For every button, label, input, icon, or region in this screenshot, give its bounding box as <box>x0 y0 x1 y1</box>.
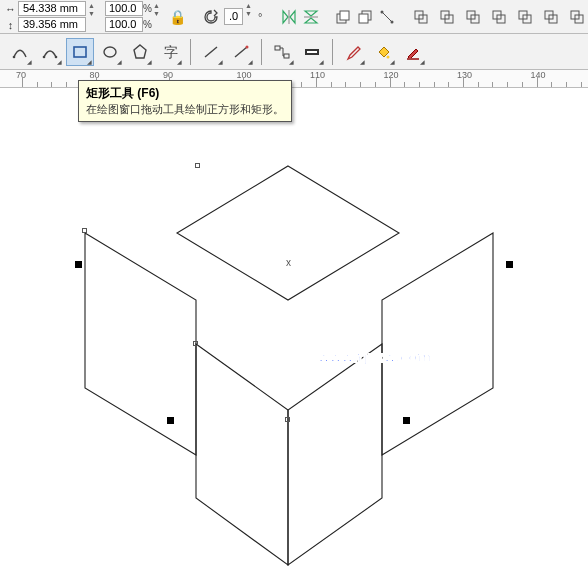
ruler-tick <box>434 82 435 87</box>
combine-icon[interactable] <box>409 5 433 29</box>
to-front-icon[interactable] <box>333 5 353 29</box>
connector-tool[interactable]: ◢ <box>268 38 296 66</box>
rectangle-tool[interactable]: ◢ <box>66 38 94 66</box>
trim-icon[interactable] <box>435 5 459 29</box>
ruler-tick <box>66 82 67 87</box>
isometric-shapes <box>0 88 588 580</box>
ruler-label: 140 <box>531 70 546 80</box>
ruler-tick <box>360 82 361 87</box>
svg-marker-41 <box>196 344 288 565</box>
ruler-tick <box>448 82 449 87</box>
property-bar: ↔ 54.338 mm ↕ 39.356 mm ▲▼ 100.0 % 100.0… <box>0 0 588 34</box>
ruler-label: 70 <box>16 70 26 80</box>
svg-marker-42 <box>288 344 382 565</box>
ruler-tick <box>507 82 508 87</box>
ruler-tick <box>581 82 582 87</box>
ellipse-tool[interactable]: ◢ <box>96 38 124 66</box>
svg-point-23 <box>43 55 46 58</box>
dimension-tool[interactable]: ◢ <box>298 38 326 66</box>
to-back-icon[interactable] <box>355 5 375 29</box>
sel-handle[interactable] <box>403 417 410 424</box>
svg-rect-5 <box>359 14 368 23</box>
node-marker[interactable] <box>285 417 290 422</box>
fill-tool[interactable]: ◢ <box>369 38 397 66</box>
ruler-label: 130 <box>457 70 472 80</box>
scale-x-input[interactable]: 100.0 <box>105 1 143 16</box>
ruler-tick <box>566 82 567 87</box>
polygon-tool[interactable]: ◢ <box>126 38 154 66</box>
ruler-tick <box>51 82 52 87</box>
mirror-v-icon[interactable] <box>301 5 321 29</box>
watermark: www.rjzxw.com <box>318 348 431 365</box>
ruler-tick <box>522 82 523 87</box>
ruler-tick <box>419 82 420 87</box>
sel-handle[interactable] <box>506 261 513 268</box>
ruler-tick <box>37 82 38 87</box>
svg-marker-39 <box>85 233 196 455</box>
outline-tool[interactable]: ◢ <box>399 38 427 66</box>
svg-rect-32 <box>275 46 280 50</box>
separator <box>190 39 191 65</box>
front-minus-back-icon[interactable] <box>513 5 537 29</box>
svg-marker-27 <box>134 45 146 58</box>
svg-rect-3 <box>340 11 349 20</box>
center-marker: x <box>286 257 291 268</box>
ruler-tick <box>551 82 552 87</box>
eyedropper-tool[interactable]: ◢ <box>339 38 367 66</box>
ruler-tick <box>331 82 332 87</box>
boundary-icon[interactable] <box>565 5 588 29</box>
height-icon: ↕ <box>3 17 18 32</box>
bezier-tool[interactable]: ◢ <box>36 38 64 66</box>
svg-point-22 <box>13 55 16 58</box>
text-tool[interactable]: 字◢ <box>156 38 184 66</box>
rotate-cw-icon[interactable] <box>201 5 221 29</box>
freehand-tool[interactable]: ◢ <box>6 38 34 66</box>
obj-dimensions: ↔ 54.338 mm ↕ 39.356 mm <box>3 1 86 33</box>
ruler-label: 90 <box>163 70 173 80</box>
line-1-tool[interactable]: ◢ <box>197 38 225 66</box>
simplify-icon[interactable] <box>487 5 511 29</box>
ruler-tick <box>301 82 302 87</box>
ruler-label: 120 <box>384 70 399 80</box>
mirror-h-icon[interactable] <box>279 5 299 29</box>
drawing-canvas[interactable]: x www.rjzxw.com <box>0 88 588 580</box>
svg-marker-40 <box>382 233 493 455</box>
intersect-icon[interactable] <box>461 5 485 29</box>
scale-group: 100.0 % 100.0 % <box>105 1 153 33</box>
node-marker[interactable] <box>82 228 87 233</box>
convert-icon[interactable] <box>377 5 397 29</box>
separator <box>261 39 262 65</box>
scale-spinner[interactable]: ▲▼ <box>153 2 160 32</box>
height-input[interactable]: 39.356 mm <box>18 17 86 32</box>
line-2-tool[interactable]: ◢ <box>227 38 255 66</box>
ruler-label: 80 <box>90 70 100 80</box>
ruler-tick <box>390 77 391 87</box>
ruler-tick <box>375 82 376 87</box>
lock-ratio-icon[interactable]: 🔒 <box>170 3 186 31</box>
pct-unit: % <box>143 3 153 14</box>
svg-line-30 <box>235 47 247 57</box>
pct-unit: % <box>143 19 153 30</box>
svg-point-31 <box>246 45 249 48</box>
tooltip: 矩形工具 (F6) 在绘图窗口拖动工具绘制正方形和矩形。 <box>78 80 292 122</box>
back-minus-front-icon[interactable] <box>539 5 563 29</box>
scale-y-input[interactable]: 100.0 <box>105 17 143 32</box>
angle-spinner[interactable]: ▲▼ <box>245 2 252 32</box>
rotation-input[interactable]: .0 <box>224 8 243 25</box>
angle-unit: ° <box>258 11 262 23</box>
svg-rect-35 <box>307 51 317 53</box>
separator <box>332 39 333 65</box>
ruler-label: 100 <box>237 70 252 80</box>
ruler-tick <box>316 77 317 87</box>
tooltip-title: 矩形工具 (F6) <box>86 85 284 102</box>
svg-line-29 <box>205 47 217 57</box>
node-marker[interactable] <box>193 341 198 346</box>
sel-handle[interactable] <box>167 417 174 424</box>
width-input[interactable]: 54.338 mm <box>18 1 86 16</box>
node-marker[interactable] <box>195 163 200 168</box>
svg-marker-38 <box>177 166 399 300</box>
toolbox-row: ◢◢◢◢◢字◢◢◢◢◢◢◢◢ <box>0 34 588 70</box>
sel-handle[interactable] <box>75 261 82 268</box>
ruler-tick <box>492 82 493 87</box>
dim-spinner[interactable]: ▲▼ <box>88 2 95 32</box>
